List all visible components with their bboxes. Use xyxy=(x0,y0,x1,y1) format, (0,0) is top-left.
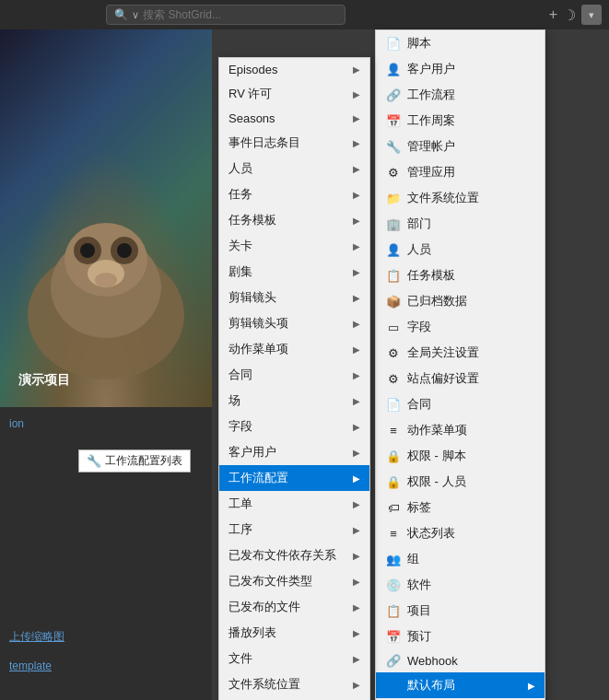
right-menu-label-7: 部门 xyxy=(407,216,431,232)
right-menu-label-20: 组 xyxy=(407,551,419,567)
right-menu-item-3[interactable]: 📅工作周案 xyxy=(376,108,545,134)
project-label: 演示项目 xyxy=(18,372,70,389)
left-menu-item-9[interactable]: 剪辑镜头▶ xyxy=(219,285,369,310)
right-menu-item-0[interactable]: 📄脚本 xyxy=(376,30,545,56)
right-menu-item-25[interactable]: 默认布局▶ xyxy=(376,672,545,698)
left-menu-item-13[interactable]: 场▶ xyxy=(219,388,369,414)
avatar-button[interactable]: ▾ xyxy=(581,5,602,25)
right-menu-item-11[interactable]: ▭字段 xyxy=(376,314,545,340)
left-menu-label-9: 剪辑镜头 xyxy=(228,289,276,306)
right-menu-label-16: 权限 - 脚本 xyxy=(407,448,466,464)
right-menu-icon-12: ⚙ xyxy=(385,346,402,359)
left-menu-item-2[interactable]: Seasons▶ xyxy=(219,107,369,130)
right-menu-item-5[interactable]: ⚙管理应用 xyxy=(376,159,545,185)
right-menu-item-20[interactable]: 👥组 xyxy=(376,546,545,572)
left-menu-item-5[interactable]: 任务▶ xyxy=(219,181,369,207)
right-menu-label-6: 文件系统位置 xyxy=(407,190,479,206)
right-menu-item-2[interactable]: 🔗工作流程 xyxy=(376,82,545,108)
right-menu-label-14: 合同 xyxy=(407,396,431,413)
right-menu-item-14[interactable]: 📄合同 xyxy=(376,391,545,417)
left-menu-item-14[interactable]: 字段▶ xyxy=(219,414,369,439)
left-menu-label-1: RV 许可 xyxy=(228,86,272,102)
right-menu-icon-16: 🔒 xyxy=(385,449,402,462)
moon-icon[interactable]: ☽ xyxy=(563,6,576,24)
right-menu-item-21[interactable]: 💿软件 xyxy=(376,572,545,598)
left-menu-item-17[interactable]: 工单▶ xyxy=(219,491,369,517)
right-menu-item-7[interactable]: 🏢部门 xyxy=(376,211,545,237)
right-menu-icon-25 xyxy=(385,679,402,692)
left-menu-item-21[interactable]: 已发布的文件▶ xyxy=(219,594,369,620)
main-area: 演示项目 ion 上传缩略图 template Episodes▶RV 许可▶S… xyxy=(0,29,609,700)
left-menu-item-23[interactable]: 文件▶ xyxy=(219,646,369,671)
right-menu-icon-2: 🔗 xyxy=(385,88,402,101)
right-menu-item-22[interactable]: 📋项目 xyxy=(376,598,545,624)
right-menu-label-3: 工作周案 xyxy=(407,112,455,129)
arrow-icon: ▶ xyxy=(353,344,360,355)
left-menu-item-4[interactable]: 人员▶ xyxy=(219,156,369,181)
right-menu-icon-5: ⚙ xyxy=(385,166,402,179)
right-menu-item-16[interactable]: 🔒权限 - 脚本 xyxy=(376,443,545,469)
right-menu-label-22: 项目 xyxy=(407,602,431,619)
right-menu-item-19[interactable]: ≡状态列表 xyxy=(376,520,545,546)
search-box[interactable]: 🔍 ∨ xyxy=(106,5,345,25)
add-icon[interactable]: + xyxy=(549,6,557,23)
left-menu-item-19[interactable]: 已发布文件依存关系▶ xyxy=(219,542,369,568)
right-menu-item-9[interactable]: 📋任务模板 xyxy=(376,262,545,288)
left-menu-item-22[interactable]: 播放列表▶ xyxy=(219,620,369,646)
search-icon: 🔍 xyxy=(114,8,128,21)
left-menu-item-20[interactable]: 已发布文件类型▶ xyxy=(219,568,369,594)
right-menu-label-11: 字段 xyxy=(407,319,431,335)
template-link[interactable]: template xyxy=(9,659,52,672)
right-menu-icon-19: ≡ xyxy=(385,527,402,540)
right-menu-item-18[interactable]: 🏷标签 xyxy=(376,495,545,520)
right-menu-item-10[interactable]: 📦已归档数据 xyxy=(376,288,545,314)
right-menu-label-10: 已归档数据 xyxy=(407,293,467,309)
left-menu-item-6[interactable]: 任务模板▶ xyxy=(219,207,369,233)
left-menu-item-8[interactable]: 剧集▶ xyxy=(219,259,369,285)
left-menu-label-15: 客户用户 xyxy=(228,444,276,461)
left-menu-item-0[interactable]: Episodes▶ xyxy=(219,58,369,81)
right-menu-item-24[interactable]: 🔗Webhook xyxy=(376,649,545,672)
left-menu-item-3[interactable]: 事件日志条目▶ xyxy=(219,130,369,156)
search-input[interactable] xyxy=(143,8,337,21)
left-menu-item-1[interactable]: RV 许可▶ xyxy=(219,81,369,107)
right-menu-item-13[interactable]: ⚙站点偏好设置 xyxy=(376,366,545,391)
right-menu-icon-15: ≡ xyxy=(385,424,402,437)
workflow-tooltip: 🔧 工作流配置列表 xyxy=(78,449,191,472)
arrow-icon: ▶ xyxy=(353,628,360,638)
right-menu-icon-21: 💿 xyxy=(385,578,402,591)
right-arrow-icon-25: ▶ xyxy=(528,681,535,691)
upload-thumb-link[interactable]: 上传缩略图 xyxy=(9,629,64,645)
ion-link[interactable]: ion xyxy=(9,416,24,430)
right-menu-item-15[interactable]: ≡动作菜单项 xyxy=(376,417,545,443)
search-dropdown-icon[interactable]: ∨ xyxy=(132,9,139,21)
right-menu-icon-18: 🏷 xyxy=(385,501,402,514)
arrow-icon: ▶ xyxy=(353,525,360,535)
left-menu-item-15[interactable]: 客户用户▶ xyxy=(219,439,369,465)
right-menu-label-8: 人员 xyxy=(407,241,431,258)
right-menu-item-8[interactable]: 👤人员 xyxy=(376,237,545,262)
right-menu-item-1[interactable]: 👤客户用户 xyxy=(376,56,545,82)
right-menu-item-4[interactable]: 🔧管理帐户 xyxy=(376,134,545,159)
left-menu-label-2: Seasons xyxy=(228,111,275,125)
arrow-icon: ▶ xyxy=(353,293,360,303)
right-menu-item-6[interactable]: 📁文件系统位置 xyxy=(376,185,545,211)
right-menu-icon-0: 📄 xyxy=(385,37,402,50)
left-menu-item-16[interactable]: 工作流配置▶ xyxy=(219,465,369,491)
right-menu-item-17[interactable]: 🔒权限 - 人员 xyxy=(376,469,545,495)
left-menu-item-18[interactable]: 工序▶ xyxy=(219,517,369,542)
right-menu-label-1: 客户用户 xyxy=(407,61,455,77)
right-menu-label-18: 标签 xyxy=(407,499,431,516)
right-menu-item-23[interactable]: 📅预订 xyxy=(376,624,545,649)
arrow-icon: ▶ xyxy=(353,577,360,587)
left-menu-item-11[interactable]: 动作菜单项▶ xyxy=(219,336,369,362)
left-menu-label-14: 字段 xyxy=(228,418,252,435)
right-menu-label-21: 软件 xyxy=(407,577,431,593)
arrow-icon: ▶ xyxy=(353,89,360,99)
left-menu-item-24[interactable]: 文件系统位置▶ xyxy=(219,671,369,697)
left-menu-item-12[interactable]: 合同▶ xyxy=(219,362,369,388)
left-menu-item-7[interactable]: 关卡▶ xyxy=(219,233,369,259)
left-menu-item-10[interactable]: 剪辑镜头项▶ xyxy=(219,310,369,336)
right-menu-item-12[interactable]: ⚙全局关注设置 xyxy=(376,340,545,366)
arrow-icon: ▶ xyxy=(353,190,360,200)
